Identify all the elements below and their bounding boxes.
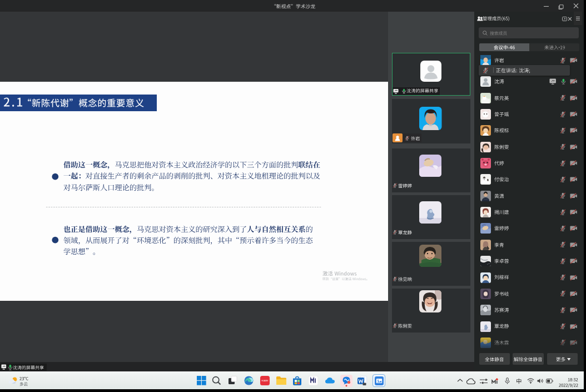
svg-text:HUAWEI: HUAWEI: [262, 379, 269, 381]
